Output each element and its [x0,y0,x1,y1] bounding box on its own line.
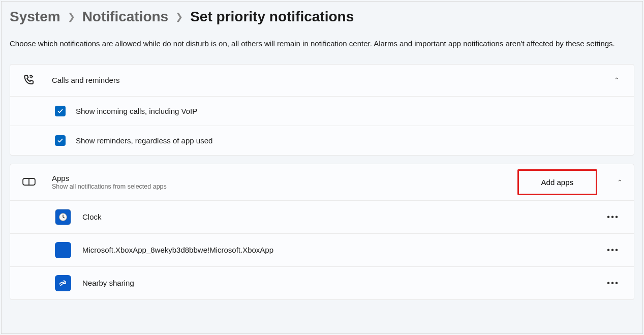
app-row-clock: Clock ••• [10,201,634,234]
settings-page: System ❯ Notifications ❯ Set priority no… [1,1,643,334]
app-name-label: Clock [82,212,593,221]
breadcrumb-system[interactable]: System [10,9,60,25]
more-options-button[interactable]: ••• [604,276,622,290]
xbox-app-icon [55,242,71,258]
calls-reminders-header[interactable]: Calls and reminders ⌃ [10,65,634,97]
chevron-up-icon[interactable]: ⌃ [615,178,625,186]
more-options-button[interactable]: ••• [604,210,622,224]
checkbox-row-incoming-calls: Show incoming calls, including VoIP [10,97,634,126]
phone-icon [22,74,36,87]
chevron-right-icon: ❯ [175,11,183,22]
add-apps-button[interactable]: Add apps [517,169,597,195]
calls-section-title: Calls and reminders [52,76,599,84]
apps-section-subtitle: Show all notifications from selected app… [52,183,505,190]
app-name-label: Microsoft.XboxApp_8wekyb3d8bbwe!Microsof… [82,246,593,254]
checkbox-row-reminders: Show reminders, regardless of app used [10,126,634,155]
app-row-nearby: Nearby sharing ••• [10,267,634,299]
checkbox-incoming-calls[interactable] [55,106,66,116]
app-row-xbox: Microsoft.XboxApp_8wekyb3d8bbwe!Microsof… [10,234,634,267]
chevron-up-icon[interactable]: ⌃ [611,76,622,84]
breadcrumb-current: Set priority notifications [190,9,354,25]
breadcrumb-notifications[interactable]: Notifications [82,9,169,25]
apps-section-title: Apps [52,174,505,182]
apps-icon [22,178,36,186]
nearby-sharing-app-icon [55,275,71,291]
app-name-label: Nearby sharing [82,279,593,287]
clock-app-icon [55,209,71,225]
checkbox-label: Show incoming calls, including VoIP [76,107,197,115]
apps-panel: Apps Show all notifications from selecte… [10,164,634,300]
chevron-right-icon: ❯ [68,11,75,22]
breadcrumb: System ❯ Notifications ❯ Set priority no… [10,9,634,25]
apps-header[interactable]: Apps Show all notifications from selecte… [10,164,634,201]
more-options-button[interactable]: ••• [604,243,622,257]
calls-reminders-panel: Calls and reminders ⌃ Show incoming call… [10,64,634,156]
page-description: Choose which notifications are allowed w… [10,38,634,50]
checkbox-reminders[interactable] [55,135,66,146]
checkbox-label: Show reminders, regardless of app used [76,136,212,145]
